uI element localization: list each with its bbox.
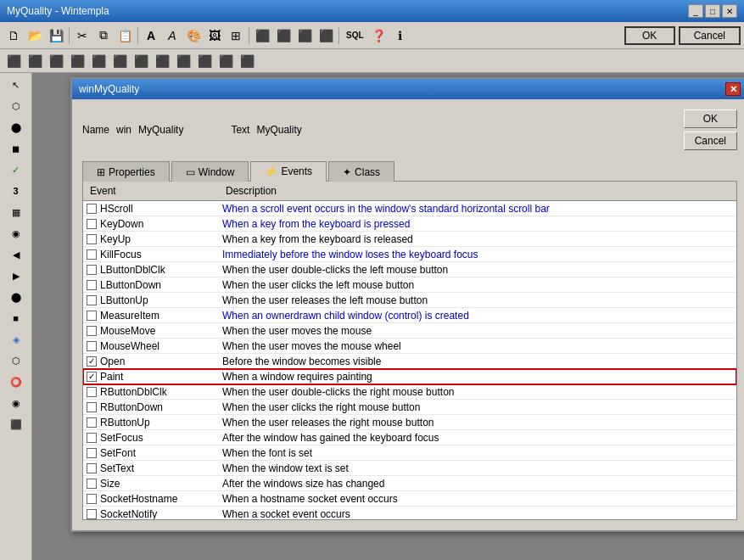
event-checkbox[interactable]	[87, 265, 97, 275]
sidebar-tool-12[interactable]: ⭕	[4, 372, 28, 392]
sidebar-tool-13[interactable]: ◉	[4, 393, 28, 413]
events-body[interactable]: HScrollWhen a scroll event occurs in the…	[83, 201, 736, 519]
paste-btn[interactable]: 📋	[115, 25, 135, 46]
dialog-close-button[interactable]: ✕	[725, 82, 741, 96]
close-button[interactable]: ✕	[722, 4, 737, 18]
save-btn[interactable]: 💾	[46, 25, 66, 46]
event-checkbox[interactable]: ✓	[87, 372, 97, 382]
event-checkbox[interactable]	[87, 311, 97, 321]
s-btn8[interactable]: ⬛	[152, 51, 172, 71]
table-row[interactable]: RButtonUpWhen the user releases the righ…	[83, 415, 736, 430]
event-checkbox[interactable]	[87, 463, 97, 473]
event-checkbox[interactable]	[87, 494, 97, 504]
table-row[interactable]: MeasureItemWhen an ownerdrawn child wind…	[83, 308, 736, 323]
table-row[interactable]: LButtonDownWhen the user clicks the left…	[83, 277, 736, 293]
align-justify-btn[interactable]: ⬛	[316, 25, 336, 46]
event-checkbox[interactable]	[87, 402, 97, 412]
sidebar-tool-11[interactable]: ⬡	[4, 350, 28, 371]
event-checkbox[interactable]	[87, 326, 97, 336]
sidebar-tool-1[interactable]: ⬡	[4, 96, 28, 116]
sidebar-tool-6[interactable]: ◀	[4, 244, 28, 265]
align-right-btn[interactable]: ⬛	[273, 25, 294, 46]
event-checkbox[interactable]	[87, 433, 97, 443]
open-btn[interactable]: 📂	[25, 25, 45, 46]
sidebar-tool-7[interactable]: ▶	[4, 266, 28, 286]
event-checkbox[interactable]	[87, 479, 97, 489]
tab-events[interactable]: ⚡ Events	[250, 161, 327, 182]
sidebar-tool-4[interactable]: ▦	[4, 202, 28, 222]
sidebar-tool-8[interactable]: ⬤	[4, 287, 28, 307]
table-row[interactable]: ✓PaintWhen a window requires painting	[83, 369, 736, 384]
s-btn10[interactable]: ⬛	[194, 51, 215, 71]
s-btn9[interactable]: ⬛	[173, 51, 193, 71]
toolbar-ok-button[interactable]: OK	[624, 26, 675, 45]
event-checkbox[interactable]	[87, 234, 97, 244]
table-row[interactable]: KillFocusImmediately before the window l…	[83, 247, 736, 262]
minimize-button[interactable]: _	[688, 4, 703, 18]
s-btn3[interactable]: ⬛	[46, 51, 66, 71]
event-checkbox[interactable]	[87, 249, 97, 260]
table-row[interactable]: SocketNotifyWhen a socket event occurs	[83, 507, 736, 519]
event-checkbox[interactable]: ✓	[87, 356, 97, 367]
cut-btn[interactable]: ✂	[72, 25, 92, 46]
table-row[interactable]: HScrollWhen a scroll event occurs in the…	[83, 201, 736, 216]
s-btn5[interactable]: ⬛	[88, 51, 109, 71]
img-btn[interactable]: 🖼	[204, 25, 225, 46]
table-row[interactable]: RButtonDownWhen the user clicks the righ…	[83, 400, 736, 415]
dialog-ok-button[interactable]: OK	[684, 109, 737, 128]
table-row[interactable]: SetTextWhen the window text is set	[83, 461, 736, 476]
info-btn[interactable]: ℹ	[390, 25, 411, 46]
help-btn[interactable]: ❓	[369, 25, 389, 46]
tab-properties[interactable]: ⊞ Properties	[82, 161, 170, 182]
table-row[interactable]: SetFocusAfter the window has gained the …	[83, 430, 736, 445]
color-btn[interactable]: 🎨	[183, 25, 204, 46]
event-checkbox[interactable]	[87, 448, 97, 458]
dialog-cancel-button[interactable]: Cancel	[684, 132, 737, 150]
table-row[interactable]: RButtonDblClkWhen the user double-clicks…	[83, 384, 736, 400]
s-btn2[interactable]: ⬛	[25, 51, 45, 71]
font-btn[interactable]: A	[141, 25, 161, 46]
event-checkbox[interactable]	[87, 204, 97, 214]
s-btn12[interactable]: ⬛	[237, 51, 257, 71]
sidebar-tool-9[interactable]: ■	[4, 308, 28, 328]
table-row[interactable]: ✓OpenBefore the window becomes visible	[83, 354, 736, 369]
sidebar-tool-3[interactable]: ◼	[4, 138, 28, 159]
s-btn6[interactable]: ⬛	[109, 51, 130, 71]
s-btn1[interactable]: ⬛	[3, 51, 24, 71]
sidebar-tool-14[interactable]: ⬛	[4, 414, 28, 434]
sidebar-tool-2[interactable]: ⬤	[4, 117, 28, 137]
table-row[interactable]: SizeAfter the windows size has changed	[83, 476, 736, 491]
table-btn[interactable]: ⊞	[226, 25, 246, 46]
event-checkbox[interactable]	[87, 295, 97, 305]
s-btn11[interactable]: ⬛	[215, 51, 236, 71]
sidebar-tool-5[interactable]: ◉	[4, 223, 28, 244]
align-left-btn[interactable]: ⬛	[252, 25, 272, 46]
sidebar-tool-10[interactable]: ◈	[4, 329, 28, 350]
tab-class[interactable]: ✦ Class	[328, 161, 394, 182]
table-row[interactable]: LButtonUpWhen the user releases the left…	[83, 293, 736, 308]
font2-btn[interactable]: A	[162, 25, 182, 46]
table-row[interactable]: KeyUpWhen a key from the keyboard is rel…	[83, 232, 736, 247]
table-row[interactable]: MouseWheelWhen the user moves the mouse …	[83, 339, 736, 354]
tab-window[interactable]: ▭ Window	[171, 161, 249, 182]
sidebar-tool-3num[interactable]: 3	[4, 181, 28, 201]
table-row[interactable]: LButtonDblClkWhen the user double-clicks…	[83, 262, 736, 277]
sql-btn[interactable]: SQL	[342, 25, 368, 46]
align-center-btn[interactable]: ⬛	[294, 25, 315, 46]
table-row[interactable]: SetFontWhen the font is set	[83, 445, 736, 461]
event-checkbox[interactable]	[87, 387, 97, 397]
s-btn7[interactable]: ⬛	[131, 51, 151, 71]
event-checkbox[interactable]	[87, 280, 97, 290]
maximize-button[interactable]: □	[705, 4, 720, 18]
sidebar-tool-check[interactable]: ✓	[4, 160, 28, 180]
event-checkbox[interactable]	[87, 417, 97, 428]
table-row[interactable]: MouseMoveWhen the user moves the mouse	[83, 323, 736, 339]
event-checkbox[interactable]	[87, 341, 97, 351]
event-checkbox[interactable]	[87, 509, 97, 519]
table-row[interactable]: KeyDownWhen a key from the keyboard is p…	[83, 216, 736, 232]
table-row[interactable]: SocketHostnameWhen a hostname socket eve…	[83, 491, 736, 507]
new-btn[interactable]: 🗋	[3, 25, 24, 46]
sidebar-tool-pointer[interactable]: ↖	[4, 75, 28, 95]
copy-btn[interactable]: ⧉	[93, 25, 114, 46]
event-checkbox[interactable]	[87, 219, 97, 229]
